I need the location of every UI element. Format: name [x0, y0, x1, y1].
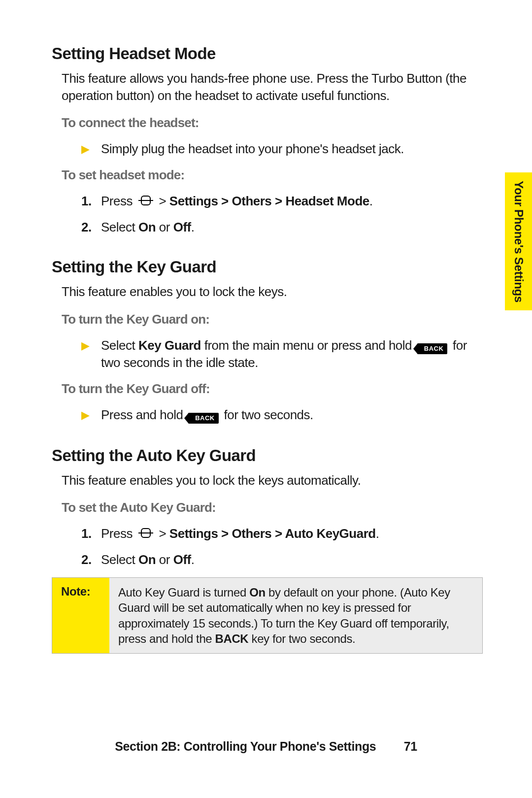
lead-connect-headset: To connect the headset:: [62, 115, 483, 131]
list-item: 1. Press > Settings > Others > Auto KeyG…: [81, 525, 483, 542]
menu-key-icon: [137, 527, 154, 540]
intro-auto-key-guard: This feature enables you to lock the key…: [62, 472, 483, 489]
side-tab: Your Phone's Settings: [505, 172, 532, 310]
step-number: 1.: [81, 525, 101, 542]
bullet-text: Select Key Guard from the main menu or p…: [101, 337, 483, 371]
step-text: Select On or Off.: [101, 219, 483, 236]
intro-headset: This feature allows you hands-free phone…: [62, 70, 483, 104]
back-key-icon: BACK: [188, 413, 219, 424]
back-key-icon: BACK: [417, 343, 448, 354]
step-number: 2.: [81, 551, 101, 568]
note-body: Auto Key Guard is turned On by default o…: [109, 578, 482, 653]
list-item: ▶ Press and hold BACK for two seconds.: [81, 406, 483, 424]
menu-key-icon: [137, 195, 154, 207]
lead-set-headset-mode: To set headset mode:: [62, 167, 483, 183]
page-number: 71: [404, 739, 417, 753]
lead-keyguard-off: To turn the Key Guard off:: [62, 381, 483, 397]
note-label: Note:: [52, 578, 109, 653]
step-number: 1.: [81, 193, 101, 210]
lead-auto-keyguard: To set the Auto Key Guard:: [62, 500, 483, 515]
step-text: Press > Settings > Others > Auto KeyGuar…: [101, 525, 483, 542]
list-item: 1. Press > Settings > Others > Headset M…: [81, 193, 483, 210]
list-item: ▶ Simply plug the headset into your phon…: [81, 140, 483, 158]
footer-section: Section 2B: Controlling Your Phone's Set…: [115, 739, 376, 753]
list-item: ▶ Select Key Guard from the main menu or…: [81, 337, 483, 371]
side-tab-label: Your Phone's Settings: [512, 181, 526, 302]
list-item: 2. Select On or Off.: [81, 219, 483, 236]
triangle-icon: ▶: [81, 337, 101, 371]
page-footer: Section 2B: Controlling Your Phone's Set…: [0, 739, 532, 754]
triangle-icon: ▶: [81, 140, 101, 158]
heading-headset-mode: Setting Headset Mode: [52, 44, 483, 63]
step-text: Select On or Off.: [101, 551, 483, 568]
note-box: Note: Auto Key Guard is turned On by def…: [52, 577, 483, 654]
list-item: 2. Select On or Off.: [81, 551, 483, 568]
step-text: Press > Settings > Others > Headset Mode…: [101, 193, 483, 210]
heading-auto-key-guard: Setting the Auto Key Guard: [52, 446, 483, 465]
triangle-icon: ▶: [81, 406, 101, 424]
step-number: 2.: [81, 219, 101, 236]
intro-key-guard: This feature enables you to lock the key…: [62, 283, 483, 300]
bullet-text: Press and hold BACK for two seconds.: [101, 406, 483, 424]
heading-key-guard: Setting the Key Guard: [52, 258, 483, 276]
lead-keyguard-on: To turn the Key Guard on:: [62, 312, 483, 327]
bullet-text: Simply plug the headset into your phone'…: [101, 140, 483, 158]
